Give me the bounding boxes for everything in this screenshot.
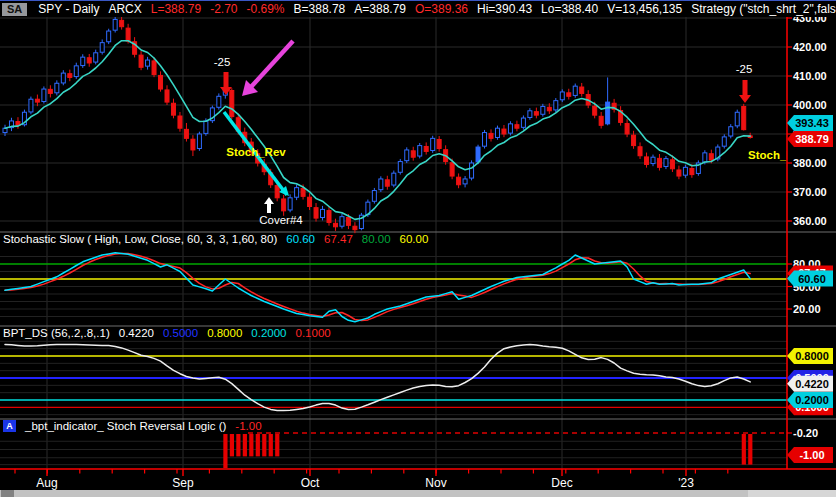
bpt-ds-value: 0.2000 [251,327,286,339]
month-label: Dec [551,476,572,490]
candle-body [580,87,584,93]
candle-body [321,209,325,217]
candle-body [126,28,130,41]
candle-body [197,134,201,149]
quote-segment: -0.69% [247,2,285,16]
short-entry-arrow-icon [739,95,751,103]
candle-body [677,170,681,176]
candle-body [42,89,46,101]
axis-label: 380.00 [793,157,827,169]
quote-segment: L=388.79 [151,2,201,16]
bpt-ds-value: 0.5000 [163,327,198,339]
candle-body [113,19,117,30]
axis-label: 410.00 [793,70,827,82]
candle-body [437,140,441,149]
candle-body [29,99,33,112]
candle-body [463,179,467,184]
logic-histogram-bar [236,434,240,456]
candle-body [645,157,649,165]
candle-body [405,150,409,161]
trading-chart-window: SA SPY - DailyARCXL=388.79-2.70-0.69%B=3… [0,0,836,497]
scrollbar-left-button[interactable] [1,490,14,497]
candle-body [333,223,337,226]
candle-body [74,66,78,77]
candle-body [191,139,195,150]
candle-body [178,116,182,128]
axis-label: -0.20 [793,427,818,439]
candle-body [120,20,124,26]
candle-body [508,124,512,133]
candle-body [515,125,519,128]
stochastic-pane-header: Stochastic Slow ( High, Low, Close, 60, … [3,233,428,245]
candle-body [683,167,687,175]
symbol-status-badge[interactable]: SA [2,3,27,16]
candle-body [567,93,571,96]
quote-segment: Strategy ("stch_shrt_2",false,false,fals… [691,2,836,16]
axis-badge-label: 0.8000 [795,350,829,362]
month-label: Oct [301,476,320,490]
candle-body [690,169,694,175]
annotation-text: Cover#4 [259,214,303,226]
quote-segment: O=389.36 [415,2,468,16]
candle-body [346,218,350,226]
candle-body [670,160,674,169]
candle-body [495,128,499,137]
candle-body [554,101,558,110]
candle-body [340,217,344,227]
candle-body [664,159,668,167]
candle-body [742,106,746,129]
candle-body [68,74,72,78]
annotation-text: -25 [736,63,753,75]
candle-body [411,151,415,157]
stochastic-header-label: Stochastic Slow ( High, Low, Close, 60, … [3,233,277,245]
candle-body [528,111,532,118]
month-label: Sep [172,476,194,490]
candle-body [560,92,564,100]
candle-body [398,162,402,173]
candle-body [301,189,305,197]
candle-body [709,154,713,160]
candle-body [353,226,357,229]
candle-body [632,135,636,145]
bpt-ds-pane-header: BPT_DS (56,.2,.8,.1) 0.42200.50000.80000… [3,327,331,339]
candle-body [295,188,299,198]
axis-badge-label: 0.4220 [795,378,829,390]
bpt-ds-value: 0.8000 [207,327,242,339]
quote-segment: ARCX [108,2,141,16]
candle-body [94,53,98,62]
candle-body [61,73,65,83]
horizontal-scrollbar[interactable] [0,490,836,497]
logic-header-label: _bpt_indicator_ Stoch Reversal Logic () [25,420,226,432]
axis-badge-label: 60.60 [798,273,826,285]
quote-bar: SA SPY - DailyARCXL=388.79-2.70-0.69%B=3… [0,0,836,17]
candle-body [385,180,389,186]
logic-histogram-bar [256,434,260,456]
candle-body [735,112,739,126]
candle-body [379,179,383,190]
quote-segment: B=388.78 [294,2,346,16]
stochastic-value: 60.00 [400,233,429,245]
analysis-technique-icon[interactable]: A [3,420,16,432]
quote-segment: SPY - Daily [38,2,99,16]
logic-histogram-bar [275,434,279,456]
stochastic-value: 80.00 [362,233,391,245]
candle-body [470,163,474,178]
candle-body [573,86,577,95]
candle-body [308,197,312,206]
candle-body [521,118,525,127]
logic-histogram-bar [249,434,253,456]
axis-badge-label: 0.2000 [795,394,829,406]
candle-body [184,129,188,138]
axis-label: 20.00 [793,303,821,315]
candle-body [282,199,286,211]
scrollbar-thumb[interactable] [748,490,836,497]
stochastic-value: 67.47 [324,233,353,245]
candle-body [651,157,655,163]
axis-badge-label: 393.43 [795,117,829,129]
month-label: Nov [425,476,446,490]
candle-body [457,177,461,185]
candle-body [217,96,221,107]
candle-body [547,107,551,110]
axis-label: 360.00 [793,215,827,227]
logic-histogram-bar [269,434,273,456]
